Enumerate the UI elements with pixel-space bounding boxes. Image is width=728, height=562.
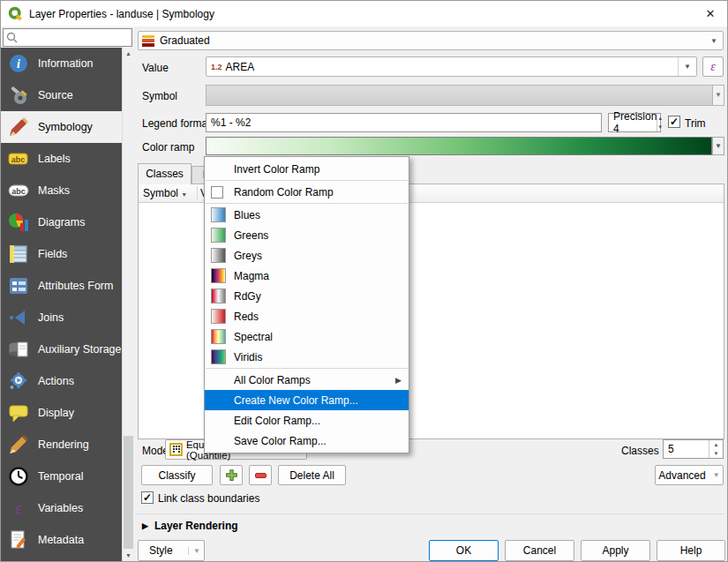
symbol-dropdown-icon[interactable]: ▼ xyxy=(712,85,724,106)
menu-item-label: Invert Color Ramp xyxy=(234,163,319,176)
close-icon[interactable]: ✕ xyxy=(702,6,718,22)
menu-item-label: Random Color Ramp xyxy=(234,186,334,199)
menu-item-random-color-ramp[interactable]: Random Color Ramp xyxy=(205,182,409,202)
attributes-form-icon xyxy=(8,275,29,296)
menu-item-label: Reds xyxy=(234,311,259,323)
remove-class-button[interactable] xyxy=(249,465,272,485)
cancel-button[interactable]: Cancel xyxy=(505,540,574,561)
sidebar-item-label: Masks xyxy=(38,184,70,197)
divider xyxy=(135,513,724,514)
sidebar-item-symbology[interactable]: Symbology xyxy=(1,111,122,143)
menu-item-magma[interactable]: Magma xyxy=(205,266,409,286)
spin-down-icon[interactable]: ▼ xyxy=(709,449,723,458)
menu-item-spectral[interactable]: Spectral xyxy=(205,326,409,347)
expression-builder-button[interactable]: ε xyxy=(702,56,724,77)
sidebar-item-display[interactable]: Display xyxy=(1,397,122,429)
sidebar-item-masks[interactable]: abcMasks xyxy=(1,175,122,206)
symbol-label: Symbol xyxy=(142,90,177,102)
sidebar-item-information[interactable]: iInformation xyxy=(1,48,122,79)
ok-button[interactable]: OK xyxy=(429,540,499,561)
menu-item-greens[interactable]: Greens xyxy=(205,225,409,245)
spin-up-icon[interactable]: ▲ xyxy=(709,440,723,449)
sidebar-item-auxiliary-storage[interactable]: Auxiliary Storage xyxy=(1,333,122,365)
add-class-button[interactable] xyxy=(220,465,243,485)
sidebar-item-joins[interactable]: Joins xyxy=(1,302,122,333)
spinner-arrows[interactable]: ▲▼ xyxy=(657,114,663,131)
diagrams-icon xyxy=(8,212,29,233)
variables-icon: ε xyxy=(8,498,29,519)
menu-item-rdgy[interactable]: RdGy xyxy=(205,286,409,306)
precision-spinner[interactable]: Precision 4 ▲▼ xyxy=(608,113,661,132)
tab-classes[interactable]: Classes xyxy=(138,163,191,184)
greens-ramp-icon xyxy=(211,228,226,243)
reds-ramp-icon xyxy=(211,309,226,324)
menu-item-label: Blues xyxy=(234,209,260,221)
menu-item-all-color-ramps[interactable]: All Color Ramps▶ xyxy=(205,370,409,390)
menu-item-invert-color-ramp[interactable]: Invert Color Ramp xyxy=(205,159,409,179)
classify-button[interactable]: Classify xyxy=(141,465,213,485)
style-label: Style xyxy=(149,544,173,557)
sidebar-item-temporal[interactable]: Temporal xyxy=(1,461,122,492)
sidebar-item-variables[interactable]: εVariables xyxy=(1,492,122,524)
menu-item-edit-color-ramp[interactable]: Edit Color Ramp... xyxy=(205,410,409,431)
sidebar-scrollbar[interactable]: ▲ ▼ xyxy=(122,48,134,561)
value-field-select[interactable]: 1.2 AREA ▼ xyxy=(206,56,697,77)
sidebar-item-rendering[interactable]: Rendering xyxy=(1,429,122,461)
value-label: Value xyxy=(142,62,169,74)
sidebar-item-actions[interactable]: Actions xyxy=(1,365,122,397)
display-icon xyxy=(8,402,29,423)
spin-up-icon[interactable]: ▲ xyxy=(657,114,663,123)
link-class-boundaries-checkbox[interactable]: ✓ xyxy=(141,491,154,504)
apply-button[interactable]: Apply xyxy=(581,540,650,561)
sidebar-item-label: Diagrams xyxy=(38,216,86,229)
column-symbol[interactable]: Symbol ▼ xyxy=(143,187,187,199)
sidebar-item-labels[interactable]: abcLabels xyxy=(1,143,122,175)
layer-rendering-group[interactable]: ▶ Layer Rendering xyxy=(142,520,238,532)
greys-ramp-icon xyxy=(211,248,226,263)
sidebar-item-label: Symbology xyxy=(38,121,93,133)
menu-item-blues[interactable]: Blues xyxy=(205,205,409,225)
scroll-down-icon[interactable]: ▼ xyxy=(123,552,134,558)
help-button[interactable]: Help xyxy=(657,540,725,561)
search-input[interactable] xyxy=(21,30,129,45)
menu-item-reds[interactable]: Reds xyxy=(205,306,409,326)
symbol-preview[interactable] xyxy=(206,85,713,106)
menu-item-label: Magma xyxy=(234,270,269,282)
menu-item-viridis[interactable]: Viridis xyxy=(205,347,409,367)
menu-item-greys[interactable]: Greys xyxy=(205,245,409,266)
precision-value: Precision 4 xyxy=(613,110,657,135)
advanced-label: Advanced xyxy=(658,469,705,482)
search-box[interactable] xyxy=(3,28,132,47)
advanced-button[interactable]: Advanced ▼ xyxy=(655,465,724,485)
sidebar-item-label: Actions xyxy=(38,375,74,387)
sidebar-item-metadata[interactable]: Metadata xyxy=(1,524,122,556)
menu-item-save-color-ramp[interactable]: Save Color Ramp... xyxy=(205,431,409,451)
scroll-up-icon[interactable]: ▲ xyxy=(123,50,134,56)
color-ramp-preview[interactable] xyxy=(206,137,712,155)
renderer-select[interactable]: Graduated ▼ xyxy=(138,31,724,50)
trim-checkbox[interactable]: ✓ xyxy=(668,116,680,128)
minus-icon xyxy=(255,473,266,478)
classes-spinner[interactable]: 5 ▲▼ xyxy=(663,439,724,459)
menu-item-create-new-color-ramp[interactable]: Create New Color Ramp... xyxy=(205,390,409,410)
qgis-logo-icon xyxy=(8,6,23,21)
auxiliary-storage-icon xyxy=(8,339,29,360)
trim-label: Trim xyxy=(685,117,706,130)
sidebar-item-label: Source xyxy=(38,89,73,101)
magma-ramp-icon xyxy=(211,268,226,283)
color-ramp-dropdown-icon[interactable]: ▼ xyxy=(712,137,724,155)
sidebar-item-label: Joins xyxy=(38,311,64,324)
scrollbar-thumb[interactable] xyxy=(124,436,133,549)
sidebar-item-diagrams[interactable]: Diagrams xyxy=(1,206,122,238)
random-ramp-checkbox[interactable] xyxy=(211,186,223,199)
style-button[interactable]: Style ▼ xyxy=(138,540,205,561)
legend-format-input[interactable]: %1 - %2 xyxy=(206,113,602,132)
delete-all-button[interactable]: Delete All xyxy=(278,465,346,485)
spin-down-icon[interactable]: ▼ xyxy=(657,123,663,131)
sidebar-item-fields[interactable]: Fields xyxy=(1,238,122,270)
spinner-arrows[interactable]: ▲▼ xyxy=(709,440,723,458)
sidebar-item-attributes-form[interactable]: Attributes Form xyxy=(1,270,122,302)
sidebar-item-source[interactable]: Source xyxy=(1,79,122,111)
layer-properties-dialog: Layer Properties - landuse | Symbology ✕… xyxy=(0,0,728,562)
collapse-arrow-icon[interactable]: ▶ xyxy=(142,521,148,530)
